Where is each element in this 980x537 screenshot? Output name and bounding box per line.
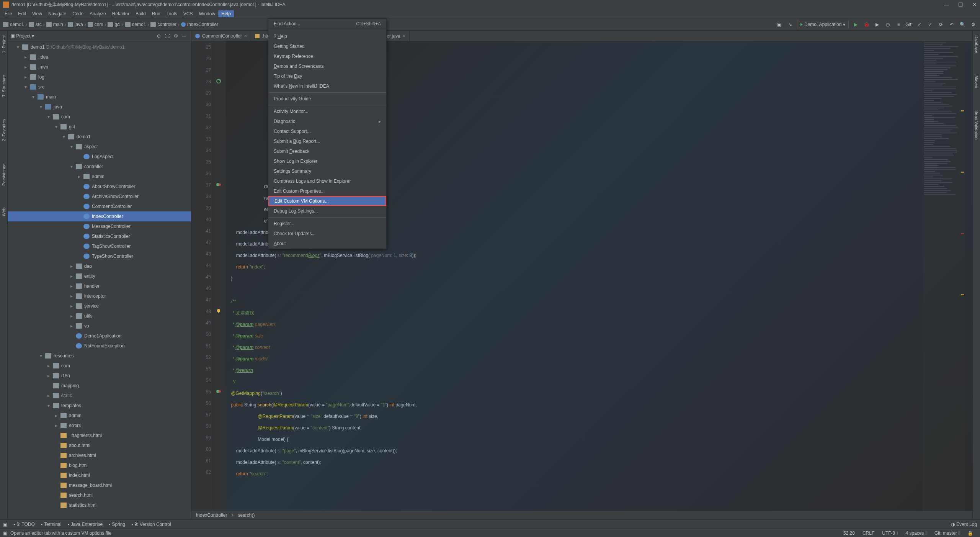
tree-arrow-icon[interactable]: ▾ <box>32 94 38 100</box>
tree-arrow-icon[interactable]: ▸ <box>70 273 76 279</box>
vcs-history-icon[interactable]: ⟳ <box>937 21 945 28</box>
stop-button[interactable]: ■ <box>895 21 902 28</box>
vcs-revert-icon[interactable]: ↶ <box>948 21 956 28</box>
tree-row[interactable]: CommentController <box>8 201 191 211</box>
line-number[interactable]: 42 <box>191 237 214 248</box>
tree-arrow-icon[interactable]: ▸ <box>55 413 60 418</box>
tree-arrow-icon[interactable]: ▸ <box>70 313 76 319</box>
menu-item-refactor[interactable]: Refactor <box>109 10 132 17</box>
help-menu-item[interactable]: Keymap Reference <box>268 51 386 61</box>
vcs-update-icon[interactable]: ✓ <box>916 21 923 28</box>
tree-row[interactable]: ArchiveShowController <box>8 192 191 201</box>
line-number[interactable]: 25 <box>191 41 214 53</box>
event-log-button[interactable]: ◑Event Log <box>951 522 977 527</box>
tool-stripe-button[interactable]: 1: Project <box>2 34 6 54</box>
menu-item-navigate[interactable]: Navigate <box>45 10 69 17</box>
refresh-icon[interactable] <box>216 79 221 84</box>
help-menu-item[interactable]: Productivity Guide <box>268 94 386 104</box>
menu-item-code[interactable]: Code <box>69 10 87 17</box>
help-menu-item[interactable]: Edit Custom Properties... <box>268 186 386 196</box>
tree-row[interactable]: MessageController <box>8 221 191 231</box>
breadcrumb-item[interactable]: com <box>88 22 103 27</box>
project-view-dropdown[interactable]: ▣ Project ▾ <box>11 33 34 39</box>
line-number[interactable]: 46 <box>191 283 214 294</box>
tree-row[interactable]: ▾java <box>8 102 191 112</box>
git-branch[interactable]: Git: master ⁞ <box>934 530 960 536</box>
editor-breadcrumb-item[interactable]: IndexController <box>196 512 227 518</box>
hide-panel-icon[interactable]: — <box>180 32 188 40</box>
tree-row[interactable]: ▸vo <box>8 321 191 331</box>
help-menu-item[interactable]: Compress Logs and Show in Explorer <box>268 176 386 186</box>
line-number[interactable]: 37 <box>191 179 214 191</box>
breadcrumb-item[interactable]: demo1 <box>125 22 146 27</box>
minimize-button[interactable]: — <box>944 2 949 8</box>
tree-arrow-icon[interactable]: ▸ <box>70 323 76 329</box>
indent-setting[interactable]: 4 spaces ⁞ <box>906 530 927 536</box>
help-menu-item[interactable]: Submit a Bug Report... <box>268 136 386 146</box>
search-everywhere-icon[interactable]: 🔍 <box>959 21 966 28</box>
help-menu-item[interactable]: Settings Summary <box>268 166 386 176</box>
tool-stripe-button[interactable]: Bean Validation <box>974 109 979 141</box>
tree-row[interactable]: message_board.html <box>8 480 191 490</box>
tool-window-button[interactable]: ▪Spring <box>109 522 125 527</box>
caret-position[interactable]: 52:20 <box>843 530 855 536</box>
menu-item-build[interactable]: Build <box>132 10 149 17</box>
tree-row[interactable]: ▾templates <box>8 401 191 411</box>
tree-row[interactable]: ▸errors <box>8 421 191 431</box>
vcs-commit-icon[interactable]: ✓ <box>926 21 934 28</box>
tree-arrow-icon[interactable]: ▸ <box>24 74 30 80</box>
run-configuration-dropdown[interactable]: Demo1Application ▾ <box>797 21 849 28</box>
tree-row[interactable]: ▸.mvn <box>8 62 191 72</box>
tree-arrow-icon[interactable]: ▾ <box>47 114 53 120</box>
build-icon[interactable]: ↘ <box>786 21 794 28</box>
menu-item-file[interactable]: File <box>2 10 15 17</box>
tree-arrow-icon[interactable]: ▸ <box>24 64 30 70</box>
tree-arrow-icon[interactable]: ▾ <box>63 134 68 139</box>
tree-row[interactable]: ▸com <box>8 361 191 371</box>
line-number[interactable]: 44 <box>191 260 214 271</box>
help-menu-item[interactable]: Getting Started <box>268 41 386 51</box>
line-number[interactable]: 49 <box>191 317 214 329</box>
help-menu-item[interactable]: About <box>268 239 386 249</box>
line-number[interactable]: 31 <box>191 110 214 122</box>
line-number[interactable]: 41 <box>191 225 214 237</box>
line-separator[interactable]: CRLF <box>862 530 874 536</box>
tree-arrow-icon[interactable]: ▸ <box>78 174 83 179</box>
tool-stripe-button[interactable]: Maven <box>974 74 979 90</box>
help-menu-item[interactable]: ? Help <box>268 31 386 41</box>
breadcrumb-item[interactable]: controller <box>150 22 176 27</box>
line-number[interactable]: 54 <box>191 375 214 386</box>
layout-icon[interactable]: ▣ <box>776 21 783 28</box>
tree-row[interactable]: ▸i18n <box>8 371 191 381</box>
tree-row[interactable]: ▸admin <box>8 172 191 182</box>
line-number[interactable]: 30 <box>191 99 214 110</box>
line-number[interactable]: 55 <box>191 386 214 398</box>
project-tree[interactable]: ▾demo1D:\Github仓库\MyBlog-MyBatis\demo1▸.… <box>8 41 191 519</box>
breadcrumb-item[interactable]: gcl <box>108 22 120 27</box>
tree-arrow-icon[interactable]: ▸ <box>70 264 76 269</box>
tree-row[interactable]: mapping <box>8 381 191 391</box>
help-menu-item[interactable]: Diagnostic▸ <box>268 116 386 126</box>
menu-item-help[interactable]: Help <box>218 10 234 17</box>
tree-arrow-icon[interactable]: ▸ <box>70 283 76 289</box>
menu-item-tools[interactable]: Tools <box>163 10 180 17</box>
tree-row[interactable]: ▸static <box>8 391 191 401</box>
tree-row[interactable]: index.html <box>8 470 191 480</box>
tree-arrow-icon[interactable]: ▾ <box>70 144 76 149</box>
line-number[interactable]: 51 <box>191 340 214 352</box>
breadcrumb-item[interactable]: src <box>29 22 42 27</box>
line-number[interactable]: 29 <box>191 87 214 99</box>
tree-row[interactable]: ▸admin <box>8 411 191 421</box>
coverage-button[interactable]: ▶ <box>873 21 881 28</box>
menu-item-run[interactable]: Run <box>149 10 163 17</box>
menu-item-window[interactable]: Window <box>196 10 218 17</box>
tree-row[interactable]: LogAspect <box>8 152 191 162</box>
tree-row[interactable]: ▾com <box>8 112 191 122</box>
line-number[interactable]: 47 <box>191 294 214 306</box>
editor-tab[interactable]: CommentController× <box>191 31 251 41</box>
tree-row[interactable]: Demo1Application <box>8 331 191 341</box>
tree-row[interactable]: ▾src <box>8 82 191 92</box>
tree-arrow-icon[interactable]: ▸ <box>70 293 76 299</box>
tree-row[interactable]: ▸handler <box>8 281 191 291</box>
tree-arrow-icon[interactable]: ▾ <box>40 104 45 110</box>
